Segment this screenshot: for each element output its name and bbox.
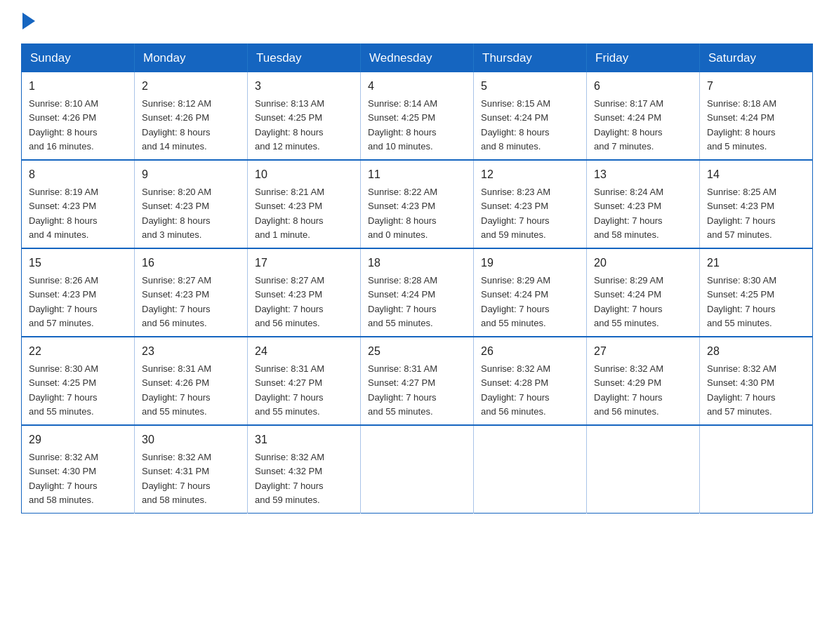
calendar-cell: 28Sunrise: 8:32 AMSunset: 4:30 PMDayligh… — [700, 337, 813, 425]
calendar-cell: 20Sunrise: 8:29 AMSunset: 4:24 PMDayligh… — [587, 248, 700, 337]
day-info: Sunrise: 8:29 AMSunset: 4:24 PMDaylight:… — [594, 275, 663, 328]
day-info: Sunrise: 8:21 AMSunset: 4:23 PMDaylight:… — [255, 187, 324, 240]
day-info: Sunrise: 8:18 AMSunset: 4:24 PMDaylight:… — [707, 98, 776, 152]
calendar-cell: 23Sunrise: 8:31 AMSunset: 4:26 PMDayligh… — [135, 337, 248, 425]
day-number: 14 — [707, 166, 805, 183]
day-number: 24 — [255, 343, 353, 360]
day-number: 6 — [594, 78, 692, 95]
day-number: 22 — [29, 343, 127, 360]
day-info: Sunrise: 8:28 AMSunset: 4:24 PMDaylight:… — [368, 275, 437, 328]
day-number: 27 — [594, 343, 692, 360]
calendar-cell — [587, 425, 700, 514]
day-number: 20 — [594, 255, 692, 271]
day-number: 8 — [29, 166, 127, 183]
day-number: 30 — [142, 431, 240, 448]
calendar-cell: 27Sunrise: 8:32 AMSunset: 4:29 PMDayligh… — [587, 337, 700, 425]
day-info: Sunrise: 8:20 AMSunset: 4:23 PMDaylight:… — [142, 187, 211, 240]
calendar-cell — [361, 425, 474, 514]
day-info: Sunrise: 8:15 AMSunset: 4:24 PMDaylight:… — [481, 98, 550, 152]
calendar-cell: 18Sunrise: 8:28 AMSunset: 4:24 PMDayligh… — [361, 248, 474, 337]
calendar-cell — [474, 425, 587, 514]
day-number: 13 — [594, 166, 692, 183]
day-number: 16 — [142, 255, 240, 271]
day-info: Sunrise: 8:32 AMSunset: 4:30 PMDaylight:… — [29, 452, 98, 505]
calendar-cell: 9Sunrise: 8:20 AMSunset: 4:23 PMDaylight… — [135, 160, 248, 248]
calendar-cell: 5Sunrise: 8:15 AMSunset: 4:24 PMDaylight… — [474, 72, 587, 160]
day-info: Sunrise: 8:17 AMSunset: 4:24 PMDaylight:… — [594, 98, 663, 152]
day-number: 15 — [29, 255, 127, 271]
day-number: 2 — [142, 78, 240, 95]
day-number: 10 — [255, 166, 353, 183]
day-info: Sunrise: 8:10 AMSunset: 4:26 PMDaylight:… — [29, 98, 98, 152]
day-number: 28 — [707, 343, 805, 360]
day-info: Sunrise: 8:31 AMSunset: 4:27 PMDaylight:… — [255, 363, 324, 417]
calendar-cell: 24Sunrise: 8:31 AMSunset: 4:27 PMDayligh… — [248, 337, 361, 425]
day-number: 9 — [142, 166, 240, 183]
day-info: Sunrise: 8:31 AMSunset: 4:27 PMDaylight:… — [368, 363, 437, 417]
calendar-cell: 14Sunrise: 8:25 AMSunset: 4:23 PMDayligh… — [700, 160, 813, 248]
day-info: Sunrise: 8:32 AMSunset: 4:30 PMDaylight:… — [707, 363, 776, 417]
calendar-week-row: 15Sunrise: 8:26 AMSunset: 4:23 PMDayligh… — [22, 248, 813, 337]
day-info: Sunrise: 8:27 AMSunset: 4:23 PMDaylight:… — [255, 275, 324, 328]
day-info: Sunrise: 8:26 AMSunset: 4:23 PMDaylight:… — [29, 275, 98, 328]
day-number: 23 — [142, 343, 240, 360]
calendar-cell: 12Sunrise: 8:23 AMSunset: 4:23 PMDayligh… — [474, 160, 587, 248]
day-number: 18 — [368, 255, 466, 271]
calendar-cell: 4Sunrise: 8:14 AMSunset: 4:25 PMDaylight… — [361, 72, 474, 160]
calendar-week-row: 1Sunrise: 8:10 AMSunset: 4:26 PMDaylight… — [22, 72, 813, 160]
day-number: 11 — [368, 166, 466, 183]
calendar-cell: 8Sunrise: 8:19 AMSunset: 4:23 PMDaylight… — [22, 160, 135, 248]
day-info: Sunrise: 8:25 AMSunset: 4:23 PMDaylight:… — [707, 187, 776, 240]
column-header-wednesday: Wednesday — [361, 44, 474, 73]
day-info: Sunrise: 8:19 AMSunset: 4:23 PMDaylight:… — [29, 187, 98, 240]
calendar-cell: 26Sunrise: 8:32 AMSunset: 4:28 PMDayligh… — [474, 337, 587, 425]
calendar-cell: 3Sunrise: 8:13 AMSunset: 4:25 PMDaylight… — [248, 72, 361, 160]
calendar-cell: 1Sunrise: 8:10 AMSunset: 4:26 PMDaylight… — [22, 72, 135, 160]
day-number: 29 — [29, 431, 127, 448]
day-info: Sunrise: 8:32 AMSunset: 4:28 PMDaylight:… — [481, 363, 550, 417]
day-number: 3 — [255, 78, 353, 95]
calendar-cell: 31Sunrise: 8:32 AMSunset: 4:32 PMDayligh… — [248, 425, 361, 514]
calendar-cell: 30Sunrise: 8:32 AMSunset: 4:31 PMDayligh… — [135, 425, 248, 514]
day-number: 7 — [707, 78, 805, 95]
logo — [21, 14, 35, 29]
calendar-cell: 22Sunrise: 8:30 AMSunset: 4:25 PMDayligh… — [22, 337, 135, 425]
day-info: Sunrise: 8:32 AMSunset: 4:31 PMDaylight:… — [142, 452, 211, 505]
calendar-cell: 19Sunrise: 8:29 AMSunset: 4:24 PMDayligh… — [474, 248, 587, 337]
calendar-cell: 13Sunrise: 8:24 AMSunset: 4:23 PMDayligh… — [587, 160, 700, 248]
calendar-cell: 7Sunrise: 8:18 AMSunset: 4:24 PMDaylight… — [700, 72, 813, 160]
calendar-cell: 21Sunrise: 8:30 AMSunset: 4:25 PMDayligh… — [700, 248, 813, 337]
day-number: 25 — [368, 343, 466, 360]
column-header-monday: Monday — [135, 44, 248, 73]
calendar-cell: 16Sunrise: 8:27 AMSunset: 4:23 PMDayligh… — [135, 248, 248, 337]
day-info: Sunrise: 8:24 AMSunset: 4:23 PMDaylight:… — [594, 187, 663, 240]
calendar-cell: 10Sunrise: 8:21 AMSunset: 4:23 PMDayligh… — [248, 160, 361, 248]
column-header-tuesday: Tuesday — [248, 44, 361, 73]
calendar-cell: 29Sunrise: 8:32 AMSunset: 4:30 PMDayligh… — [22, 425, 135, 514]
calendar-cell — [700, 425, 813, 514]
calendar-week-row: 8Sunrise: 8:19 AMSunset: 4:23 PMDaylight… — [22, 160, 813, 248]
calendar-cell: 15Sunrise: 8:26 AMSunset: 4:23 PMDayligh… — [22, 248, 135, 337]
day-number: 26 — [481, 343, 579, 360]
column-header-thursday: Thursday — [474, 44, 587, 73]
page-header — [21, 14, 813, 29]
day-info: Sunrise: 8:22 AMSunset: 4:23 PMDaylight:… — [368, 187, 437, 240]
day-number: 19 — [481, 255, 579, 271]
day-number: 21 — [707, 255, 805, 271]
calendar-cell: 11Sunrise: 8:22 AMSunset: 4:23 PMDayligh… — [361, 160, 474, 248]
day-number: 1 — [29, 78, 127, 95]
calendar-cell: 25Sunrise: 8:31 AMSunset: 4:27 PMDayligh… — [361, 337, 474, 425]
column-header-saturday: Saturday — [700, 44, 813, 73]
day-info: Sunrise: 8:32 AMSunset: 4:29 PMDaylight:… — [594, 363, 663, 417]
day-number: 4 — [368, 78, 466, 95]
calendar-week-row: 29Sunrise: 8:32 AMSunset: 4:30 PMDayligh… — [22, 425, 813, 514]
column-header-friday: Friday — [587, 44, 700, 73]
day-info: Sunrise: 8:12 AMSunset: 4:26 PMDaylight:… — [142, 98, 211, 152]
column-header-sunday: Sunday — [22, 44, 135, 73]
day-info: Sunrise: 8:30 AMSunset: 4:25 PMDaylight:… — [707, 275, 776, 328]
calendar-week-row: 22Sunrise: 8:30 AMSunset: 4:25 PMDayligh… — [22, 337, 813, 425]
day-info: Sunrise: 8:32 AMSunset: 4:32 PMDaylight:… — [255, 452, 324, 505]
calendar-table: SundayMondayTuesdayWednesdayThursdayFrid… — [21, 43, 813, 514]
day-number: 31 — [255, 431, 353, 448]
day-info: Sunrise: 8:13 AMSunset: 4:25 PMDaylight:… — [255, 98, 324, 152]
